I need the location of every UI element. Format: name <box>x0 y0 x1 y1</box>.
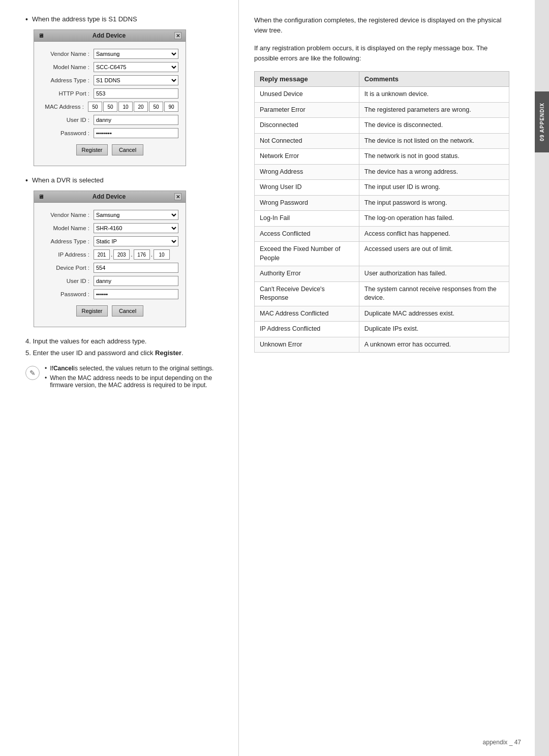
table-row: DisconnectedThe device is disconnected. <box>255 118 509 134</box>
dialog1-title-text: Add Device <box>93 32 126 39</box>
dialog1-model-label: Model Name : <box>41 64 89 70</box>
dialog2-cancel-button[interactable]: Cancel <box>112 305 143 317</box>
dialog1-mac-5[interactable] <box>149 102 163 112</box>
right-panel: When the configuration completes, the re… <box>239 0 535 756</box>
table-row: Authority ErrorUser authorization has fa… <box>255 266 509 282</box>
dialog1-mac-row: MAC Address : <box>41 102 178 112</box>
dialog2-ip-inputs: . . . <box>94 249 170 260</box>
dialog1-mac-2[interactable] <box>103 102 117 112</box>
page-footer: appendix _ 47 <box>483 739 521 746</box>
table-cell-message: Exceed the Fixed Number of People <box>255 242 359 266</box>
step4-text: 4. Input the values for each address typ… <box>25 337 146 345</box>
intro-text-1: When the configuration completes, the re… <box>254 15 509 35</box>
note-icon: ✎ <box>25 366 40 380</box>
dialog2-vendor-label: Vendor Name : <box>41 212 89 218</box>
dialog1-cancel-button[interactable]: Cancel <box>112 144 143 155</box>
dialog2-vendor-select[interactable]: Samsung <box>94 210 178 220</box>
table-cell-message: Not Connected <box>255 133 359 149</box>
table-row: Parameter ErrorThe registered parameters… <box>255 102 509 118</box>
table-row: Wrong PasswordThe input password is wron… <box>255 195 509 211</box>
step5-prefix: 5. Enter the user ID and password and cl… <box>25 349 155 357</box>
table-cell-message: Unused Device <box>255 87 359 103</box>
table-cell-comment: Duplicate IPs exist. <box>359 322 509 337</box>
dialog2-devport-input[interactable] <box>94 263 178 273</box>
bullet-s1ddns-text: When the address type is S1 DDNS <box>32 15 137 23</box>
dialog1-footer: Register Cancel <box>41 141 178 161</box>
dialog1-model-select[interactable]: SCC-C6475 <box>94 62 178 72</box>
table-cell-comment: The device is disconnected. <box>359 118 509 134</box>
dialog1-userid-input[interactable] <box>94 115 178 125</box>
dialog2-model-select[interactable]: SHR-4160 <box>94 223 178 233</box>
table-cell-message: MAC Address Conflicted <box>255 306 359 322</box>
table-cell-message: Network Error <box>255 149 359 165</box>
table-row: MAC Address ConflictedDuplicate MAC addr… <box>255 306 509 322</box>
dialog1-password-row: Password : <box>41 128 178 138</box>
table-row: Wrong AddressThe device has a wrong addr… <box>255 164 509 180</box>
dialog2-ip-4[interactable] <box>154 249 170 260</box>
bullet-dvr-text: When a DVR is selected <box>32 176 104 184</box>
dialog1-vendor-select[interactable]: Samsung <box>94 49 178 59</box>
table-cell-comment: The system cannot receive responses from… <box>359 281 509 306</box>
dialog2-title-icon: 🖥 <box>38 194 44 200</box>
dialog2-vendor-row: Vendor Name : Samsung <box>41 210 178 220</box>
dialog1-mac-3[interactable] <box>118 102 133 112</box>
dialog1-password-input[interactable] <box>94 128 178 138</box>
dialog2-model-label: Model Name : <box>41 225 89 231</box>
dialog1-httpport-input[interactable] <box>94 88 178 99</box>
note-cancel-bold: Cancel <box>53 365 73 372</box>
dialog2-userid-input[interactable] <box>94 276 178 286</box>
table-cell-message: Wrong Address <box>255 164 359 180</box>
dialog2-ipaddr-row: IP Address : . . . <box>41 249 178 260</box>
dialog1-body: Vendor Name : Samsung Model Name : SCC-C… <box>34 42 186 166</box>
note-box: ✎ If Cancel is selected, the values retu… <box>25 365 223 391</box>
table-cell-message: Log-In Fail <box>255 211 359 227</box>
table-row: Access ConflictedAccess conflict has hap… <box>255 226 509 242</box>
dialog1-vendor-row: Vendor Name : Samsung <box>41 49 178 59</box>
table-header-message: Reply message <box>255 72 359 87</box>
table-cell-comment: The device is not listed on the network. <box>359 133 509 149</box>
note-bullets: If Cancel is selected, the values return… <box>45 365 223 391</box>
dialog-s1ddns: 🖥 Add Device ✕ Vendor Name : Samsung Mod… <box>34 29 186 166</box>
step5: 5. Enter the user ID and password and cl… <box>25 349 223 357</box>
intro-text-2: If any registration problem occurs, it i… <box>254 43 509 63</box>
dialog2-register-button[interactable]: Register <box>76 305 108 317</box>
left-panel: When the address type is S1 DDNS 🖥 Add D… <box>0 0 239 756</box>
dialog2-addrtype-select[interactable]: Static IP <box>94 236 178 246</box>
error-table: Reply message Comments Unused DeviceIt i… <box>254 71 509 353</box>
dialog1-mac-6[interactable] <box>164 102 178 112</box>
table-cell-message: Access Conflicted <box>255 226 359 242</box>
dialog2-close-button[interactable]: ✕ <box>174 193 181 200</box>
dialog1-register-button[interactable]: Register <box>76 144 108 155</box>
dialog2-password-input[interactable] <box>94 289 178 299</box>
note-bullet-2: When the MAC address needs to be input d… <box>45 374 223 389</box>
table-cell-comment: A unknown error has occurred. <box>359 337 509 353</box>
table-row: Exceed the Fixed Number of PeopleAccesse… <box>255 242 509 266</box>
dialog1-title-bar: 🖥 Add Device ✕ <box>34 30 186 42</box>
table-cell-comment: The network is not in good status. <box>359 149 509 165</box>
dialog2-ip-1[interactable] <box>94 249 110 260</box>
dialog1-userid-label: User ID : <box>41 117 89 123</box>
table-row: Log-In FailThe log-on operation has fail… <box>255 211 509 227</box>
dialog1-vendor-label: Vendor Name : <box>41 51 89 57</box>
dialog1-mac-1[interactable] <box>88 102 102 112</box>
table-row: Can't Receive Device's ResponseThe syste… <box>255 281 509 306</box>
note-bullet-2-text: When the MAC address needs to be input d… <box>50 374 223 389</box>
dialog1-title-icon: 🖥 <box>38 33 44 39</box>
dialog2-model-row: Model Name : SHR-4160 <box>41 223 178 233</box>
dialog1-close-button[interactable]: ✕ <box>174 32 181 39</box>
footer-text: appendix _ 47 <box>483 739 521 746</box>
dialog1-mac-4[interactable] <box>134 102 148 112</box>
dialog2-ip-2[interactable] <box>113 249 130 260</box>
table-row: Network ErrorThe network is not in good … <box>255 149 509 165</box>
table-cell-comment: The input password is wrong. <box>359 195 509 211</box>
dialog2-title-text: Add Device <box>93 193 126 200</box>
dialog1-addrtype-select[interactable]: S1 DDNS <box>94 75 178 85</box>
dialog2-ip-3[interactable] <box>134 249 150 260</box>
table-header-comments: Comments <box>359 72 509 87</box>
table-row: Wrong User IDThe input user ID is wrong. <box>255 180 509 196</box>
table-cell-comment: Accessed users are out of limit. <box>359 242 509 266</box>
table-cell-comment: The log-on operation has failed. <box>359 211 509 227</box>
dialog2-devport-row: Device Port : <box>41 263 178 273</box>
dialog2-addrtype-label: Address Type : <box>41 238 89 244</box>
dialog2-ip-dot3: . <box>151 251 152 258</box>
